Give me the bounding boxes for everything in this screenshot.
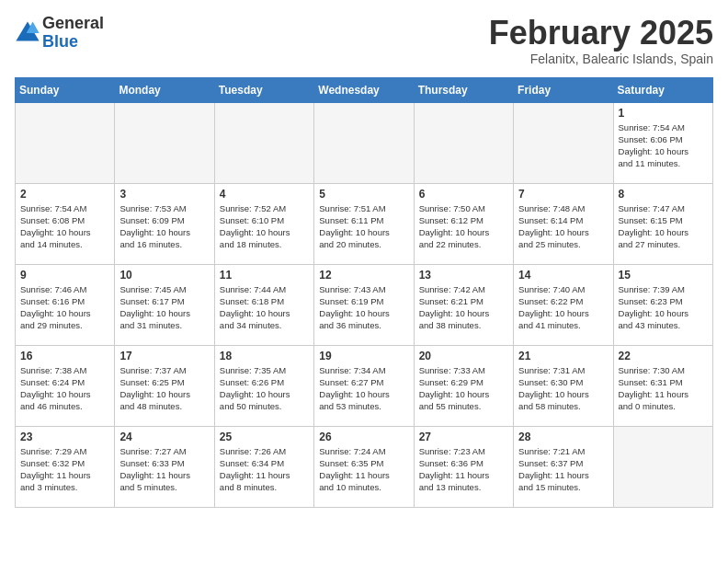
- day-info: Sunrise: 7:54 AM Sunset: 6:06 PM Dayligh…: [619, 121, 708, 170]
- logo: General Blue: [15, 15, 104, 52]
- title-block: February 2025 Felanitx, Balearic Islands…: [489, 15, 713, 66]
- day-info: Sunrise: 7:54 AM Sunset: 6:08 PM Dayligh…: [20, 202, 109, 251]
- table-row: 22Sunrise: 7:30 AM Sunset: 6:31 PM Dayli…: [613, 345, 712, 426]
- day-info: Sunrise: 7:37 AM Sunset: 6:25 PM Dayligh…: [119, 364, 209, 413]
- day-info: Sunrise: 7:38 AM Sunset: 6:24 PM Dayligh…: [20, 364, 109, 413]
- day-info: Sunrise: 7:29 AM Sunset: 6:32 PM Dayligh…: [20, 445, 109, 494]
- col-sunday: Sunday: [16, 77, 115, 102]
- table-row: [514, 102, 613, 183]
- table-row: 27Sunrise: 7:23 AM Sunset: 6:36 PM Dayli…: [414, 426, 513, 507]
- col-friday: Friday: [514, 77, 613, 102]
- day-number: 18: [220, 350, 309, 362]
- day-info: Sunrise: 7:39 AM Sunset: 6:23 PM Dayligh…: [619, 283, 708, 332]
- calendar-row: 16Sunrise: 7:38 AM Sunset: 6:24 PM Dayli…: [16, 345, 713, 426]
- table-row: 13Sunrise: 7:42 AM Sunset: 6:21 PM Dayli…: [414, 264, 513, 345]
- day-info: Sunrise: 7:51 AM Sunset: 6:11 PM Dayligh…: [319, 202, 408, 251]
- table-row: 4Sunrise: 7:52 AM Sunset: 6:10 PM Daylig…: [214, 183, 313, 264]
- table-row: [115, 102, 214, 183]
- table-row: 2Sunrise: 7:54 AM Sunset: 6:08 PM Daylig…: [16, 183, 115, 264]
- page-container: General Blue February 2025 Felanitx, Bal…: [15, 15, 713, 508]
- table-row: 21Sunrise: 7:31 AM Sunset: 6:30 PM Dayli…: [514, 345, 613, 426]
- col-monday: Monday: [115, 77, 214, 102]
- table-row: [16, 102, 115, 183]
- logo-general: General: [42, 14, 104, 32]
- day-number: 20: [419, 350, 508, 362]
- table-row: 9Sunrise: 7:46 AM Sunset: 6:16 PM Daylig…: [16, 264, 115, 345]
- day-number: 8: [619, 188, 708, 201]
- calendar-row: 2Sunrise: 7:54 AM Sunset: 6:08 PM Daylig…: [16, 183, 713, 264]
- day-number: 26: [319, 431, 408, 443]
- table-row: 5Sunrise: 7:51 AM Sunset: 6:11 PM Daylig…: [314, 183, 414, 264]
- day-info: Sunrise: 7:53 AM Sunset: 6:09 PM Dayligh…: [119, 202, 209, 251]
- day-info: Sunrise: 7:48 AM Sunset: 6:14 PM Dayligh…: [518, 202, 608, 251]
- day-number: 2: [20, 188, 109, 201]
- table-row: 11Sunrise: 7:44 AM Sunset: 6:18 PM Dayli…: [214, 264, 313, 345]
- day-number: 23: [20, 431, 109, 443]
- day-info: Sunrise: 7:27 AM Sunset: 6:33 PM Dayligh…: [119, 445, 209, 494]
- day-number: 28: [518, 431, 608, 443]
- table-row: 10Sunrise: 7:45 AM Sunset: 6:17 PM Dayli…: [115, 264, 214, 345]
- logo-icon: [15, 20, 40, 46]
- day-number: 13: [419, 269, 508, 282]
- calendar-row: 1Sunrise: 7:54 AM Sunset: 6:06 PM Daylig…: [16, 102, 713, 183]
- day-info: Sunrise: 7:46 AM Sunset: 6:16 PM Dayligh…: [20, 283, 109, 332]
- calendar-row: 23Sunrise: 7:29 AM Sunset: 6:32 PM Dayli…: [16, 426, 713, 507]
- day-number: 1: [619, 107, 708, 120]
- table-row: 25Sunrise: 7:26 AM Sunset: 6:34 PM Dayli…: [214, 426, 313, 507]
- day-number: 17: [119, 350, 209, 362]
- location: Felanitx, Balearic Islands, Spain: [489, 52, 713, 66]
- col-saturday: Saturday: [613, 77, 712, 102]
- day-info: Sunrise: 7:44 AM Sunset: 6:18 PM Dayligh…: [220, 283, 309, 332]
- day-number: 22: [619, 350, 708, 362]
- table-row: 23Sunrise: 7:29 AM Sunset: 6:32 PM Dayli…: [16, 426, 115, 507]
- day-number: 15: [619, 269, 708, 282]
- table-row: 19Sunrise: 7:34 AM Sunset: 6:27 PM Dayli…: [314, 345, 414, 426]
- day-info: Sunrise: 7:24 AM Sunset: 6:35 PM Dayligh…: [319, 445, 408, 494]
- table-row: 15Sunrise: 7:39 AM Sunset: 6:23 PM Dayli…: [613, 264, 712, 345]
- col-thursday: Thursday: [414, 77, 513, 102]
- month-title: February 2025: [489, 15, 713, 52]
- day-number: 27: [419, 431, 508, 443]
- table-row: 20Sunrise: 7:33 AM Sunset: 6:29 PM Dayli…: [414, 345, 513, 426]
- day-number: 16: [20, 350, 109, 362]
- day-number: 10: [119, 269, 209, 282]
- day-info: Sunrise: 7:40 AM Sunset: 6:22 PM Dayligh…: [518, 283, 608, 332]
- col-wednesday: Wednesday: [314, 77, 414, 102]
- day-info: Sunrise: 7:31 AM Sunset: 6:30 PM Dayligh…: [518, 364, 608, 413]
- day-number: 4: [220, 188, 309, 201]
- day-info: Sunrise: 7:35 AM Sunset: 6:26 PM Dayligh…: [220, 364, 309, 413]
- day-info: Sunrise: 7:34 AM Sunset: 6:27 PM Dayligh…: [319, 364, 408, 413]
- day-number: 14: [518, 269, 608, 282]
- day-info: Sunrise: 7:30 AM Sunset: 6:31 PM Dayligh…: [619, 364, 708, 413]
- day-number: 3: [119, 188, 209, 201]
- day-number: 5: [319, 188, 408, 201]
- day-info: Sunrise: 7:47 AM Sunset: 6:15 PM Dayligh…: [619, 202, 708, 251]
- table-row: [414, 102, 513, 183]
- table-row: [613, 426, 712, 507]
- col-tuesday: Tuesday: [214, 77, 313, 102]
- table-row: 7Sunrise: 7:48 AM Sunset: 6:14 PM Daylig…: [514, 183, 613, 264]
- day-number: 24: [119, 431, 209, 443]
- day-info: Sunrise: 7:23 AM Sunset: 6:36 PM Dayligh…: [419, 445, 508, 494]
- table-row: 18Sunrise: 7:35 AM Sunset: 6:26 PM Dayli…: [214, 345, 313, 426]
- day-number: 12: [319, 269, 408, 282]
- table-row: 8Sunrise: 7:47 AM Sunset: 6:15 PM Daylig…: [613, 183, 712, 264]
- day-number: 19: [319, 350, 408, 362]
- header: General Blue February 2025 Felanitx, Bal…: [15, 15, 713, 66]
- calendar-table: Sunday Monday Tuesday Wednesday Thursday…: [15, 77, 713, 508]
- table-row: 17Sunrise: 7:37 AM Sunset: 6:25 PM Dayli…: [115, 345, 214, 426]
- table-row: [214, 102, 313, 183]
- table-row: 1Sunrise: 7:54 AM Sunset: 6:06 PM Daylig…: [613, 102, 712, 183]
- day-info: Sunrise: 7:21 AM Sunset: 6:37 PM Dayligh…: [518, 445, 608, 494]
- table-row: 24Sunrise: 7:27 AM Sunset: 6:33 PM Dayli…: [115, 426, 214, 507]
- table-row: 3Sunrise: 7:53 AM Sunset: 6:09 PM Daylig…: [115, 183, 214, 264]
- day-number: 21: [518, 350, 608, 362]
- table-row: 6Sunrise: 7:50 AM Sunset: 6:12 PM Daylig…: [414, 183, 513, 264]
- table-row: [314, 102, 414, 183]
- logo-blue: Blue: [42, 32, 78, 51]
- table-row: 12Sunrise: 7:43 AM Sunset: 6:19 PM Dayli…: [314, 264, 414, 345]
- day-info: Sunrise: 7:50 AM Sunset: 6:12 PM Dayligh…: [419, 202, 508, 251]
- table-row: 14Sunrise: 7:40 AM Sunset: 6:22 PM Dayli…: [514, 264, 613, 345]
- header-row: Sunday Monday Tuesday Wednesday Thursday…: [16, 77, 713, 102]
- table-row: 28Sunrise: 7:21 AM Sunset: 6:37 PM Dayli…: [514, 426, 613, 507]
